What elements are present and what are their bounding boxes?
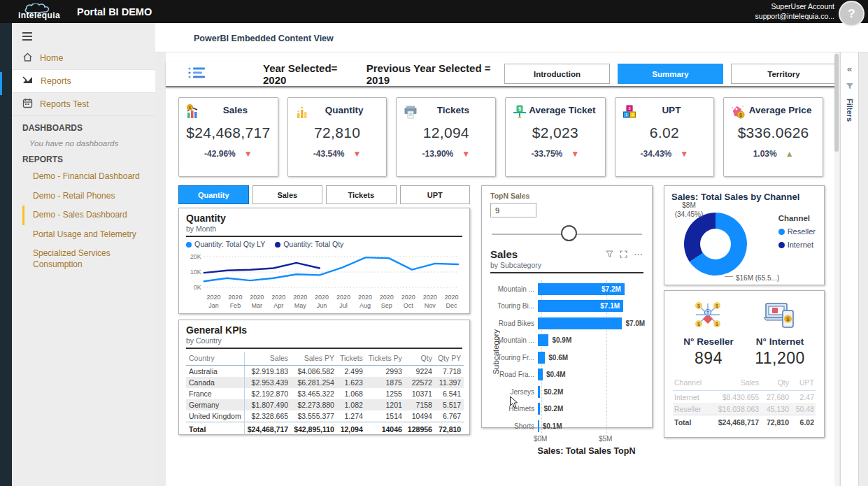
reseller-slice-label: $16M (65.5...) xyxy=(725,274,779,282)
kpi-card-quantity[interactable]: Quantity72,810-43.54%▼ xyxy=(287,97,387,177)
x-axis-label: 2020Jan xyxy=(203,293,225,310)
bar[interactable] xyxy=(538,352,545,364)
page-tab-summary[interactable]: Summary xyxy=(618,64,723,84)
bar-category-label: Mountain ... xyxy=(497,285,538,293)
account-info[interactable]: SuperUser Account support@intelequia.co.… xyxy=(755,2,834,21)
report-link-specialized-services-consumption[interactable]: Specialized Services Consumption xyxy=(22,244,155,274)
kpi-card-average-price[interactable]: $Average Price$336.06261.03%▲ xyxy=(723,97,823,177)
metric-tab-tickets[interactable]: Tickets xyxy=(326,185,397,204)
average-ticket-icon: $ xyxy=(511,103,529,124)
kpi-card-upt[interactable]: 312UPT6.02-34.43%▼ xyxy=(615,97,715,177)
page-tab-territory[interactable]: Territory xyxy=(731,64,837,84)
report-link-demo-retail-phones[interactable]: Demo - Retail Phones xyxy=(22,187,155,206)
page-tab-introduction[interactable]: Introduction xyxy=(504,64,610,84)
metric-tab-sales[interactable]: Sales xyxy=(252,185,323,204)
table-row[interactable]: Australia$2.919.183$4.086.5822.499299392… xyxy=(186,366,464,378)
topn-sales-panel: TopN Sales Sales ⋯ xyxy=(481,185,653,428)
table-total-row: Total$24,468,717$42,895,11012,0941404612… xyxy=(186,422,464,436)
x-axis-label: 2020Aug xyxy=(354,293,376,310)
metric-tab-quantity[interactable]: Quantity xyxy=(178,185,249,204)
focus-mode-icon[interactable] xyxy=(620,250,627,258)
bar-chart-x-axis-title: Sales: Total Sales TopN xyxy=(497,446,643,456)
bar[interactable] xyxy=(538,420,539,432)
x-axis-label: 2020Jul xyxy=(333,293,355,310)
internet-slice-label: $8M (34.45%) xyxy=(669,201,709,219)
quantity-icon xyxy=(293,103,311,124)
legend-item: Quantity: Total Qty xyxy=(275,240,343,248)
right-column: Sales: Total Sales by Channel $8M (34.45… xyxy=(664,185,825,438)
year-selected-text: Year Selected= 2020 xyxy=(263,62,355,86)
reseller-network-icon: $$$$ xyxy=(692,299,724,330)
report-link-demo-financial-dashboard[interactable]: Demo - Financial Dashboard xyxy=(22,167,155,187)
divider xyxy=(186,236,462,237)
dashboards-section-title: DASHBOARDS xyxy=(22,123,155,133)
table-row[interactable]: Internet$8.430.65527,6802.47 xyxy=(673,391,816,403)
filter-icon[interactable] xyxy=(606,250,613,258)
svg-text:$: $ xyxy=(697,322,700,327)
bar[interactable] xyxy=(538,369,543,380)
bar[interactable]: $7.1M xyxy=(538,300,623,312)
expand-filters-icon[interactable]: « xyxy=(847,64,852,74)
bar-row: Mountain ...$7.2M xyxy=(497,280,643,298)
kpi-title: Average Ticket xyxy=(529,103,599,115)
svg-text:$: $ xyxy=(786,316,790,322)
bar-category-label: Touring Fr... xyxy=(497,354,538,362)
bar[interactable] xyxy=(538,334,548,346)
table-total-row: Total$24,468,71772,8106.02 xyxy=(673,415,816,429)
bar[interactable] xyxy=(538,386,540,398)
vertical-scrollbar[interactable] xyxy=(834,52,839,486)
kpi-title: Tickets xyxy=(420,103,490,115)
svg-text:2: 2 xyxy=(631,113,633,117)
more-options-icon[interactable]: ⋯ xyxy=(634,249,643,259)
filters-funnel-icon[interactable] xyxy=(846,83,854,90)
kpi-delta-value: -34.43% xyxy=(641,149,672,159)
question-mark-icon: ? xyxy=(848,7,855,21)
kpi-delta: -34.43%▼ xyxy=(616,149,714,159)
bar[interactable] xyxy=(538,317,622,329)
table-row[interactable]: France$2.192.870$3.465.3221.068125510371… xyxy=(186,388,464,399)
bar[interactable]: $7.2M xyxy=(538,283,625,295)
intelequia-logo[interactable]: intelequia xyxy=(18,3,60,20)
bar-row: Touring Fr...$0.6M xyxy=(497,349,643,366)
legend-item-reseller[interactable]: Reseller xyxy=(778,227,816,236)
scrollbar-thumb[interactable] xyxy=(834,54,839,152)
down-arrow-icon: ▼ xyxy=(571,149,579,159)
report-link-portal-usage-and-telemetry[interactable]: Portal Usage and Telemetry xyxy=(22,225,155,245)
report-links: Demo - Financial DashboardDemo - Retail … xyxy=(22,167,155,275)
kpi-card-tickets[interactable]: Tickets12,094-13.90%▼ xyxy=(396,97,496,177)
sidebar-item-home[interactable]: Home xyxy=(12,47,155,70)
table-row[interactable]: United Kingdom$2.328.665$3.555.3771.2741… xyxy=(186,410,464,422)
kpi-delta-value: -42.96% xyxy=(204,149,236,159)
kpi-delta-value: -33.75% xyxy=(532,149,563,159)
sidebar-rail xyxy=(0,23,12,486)
menu-toggle-icon[interactable] xyxy=(22,32,155,41)
help-avatar[interactable]: ? xyxy=(839,1,865,27)
table-row[interactable]: Reseller$16.038.06345,13050.48 xyxy=(673,403,816,415)
sidebar-sections: DASHBOARDS You have no dashboards REPORT… xyxy=(12,123,155,275)
sidebar-item-reports-test[interactable]: Reports Test xyxy=(12,93,155,116)
general-kpis-table[interactable]: CountrySalesSales PYTicketsTickets PyQty… xyxy=(186,352,464,435)
quantity-line-chart[interactable]: 20K10K0K xyxy=(186,250,462,293)
topn-slider[interactable] xyxy=(492,223,642,245)
sidebar-item-reports[interactable]: Reports xyxy=(12,70,155,93)
channel-count-values: 894 11,200 xyxy=(673,349,816,368)
kpi-card-sales[interactable]: $Sales$24,468,717-42.96%▼ xyxy=(178,97,278,177)
channel-table[interactable]: ChannelSalesQtyUPTInternet$8.430.65527,6… xyxy=(673,377,816,429)
topn-input[interactable] xyxy=(490,203,536,217)
bar[interactable] xyxy=(538,403,540,415)
kpi-card-average-ticket[interactable]: $Average Ticket$2,023-33.75%▼ xyxy=(505,97,605,177)
bar-chart-x-axis: $0M $5M xyxy=(497,435,643,444)
topn-slider-handle[interactable] xyxy=(561,225,577,241)
table-row[interactable]: Germany$1.807.490$2.273.8801.08212017158… xyxy=(186,399,464,410)
bar-row: Road Fra...$0.4M xyxy=(497,366,643,384)
legend-item-internet[interactable]: Internet xyxy=(778,241,816,249)
kpi-title: Quantity xyxy=(311,103,382,115)
bar-category-label: Road Fra... xyxy=(497,371,538,378)
table-row[interactable]: Canada$2.953.439$6.281.2541.623187522572… xyxy=(186,377,464,388)
channel-donut-chart[interactable] xyxy=(684,213,747,276)
metric-tab-upt[interactable]: UPT xyxy=(400,185,471,204)
bar-category-label: Shorts xyxy=(497,422,538,430)
report-link-demo-sales-dashboard[interactable]: Demo - Sales Dashboard xyxy=(22,206,155,225)
sidebar-item-label: Reports Test xyxy=(40,99,89,109)
bar-category-label: Jerseys xyxy=(497,388,538,396)
